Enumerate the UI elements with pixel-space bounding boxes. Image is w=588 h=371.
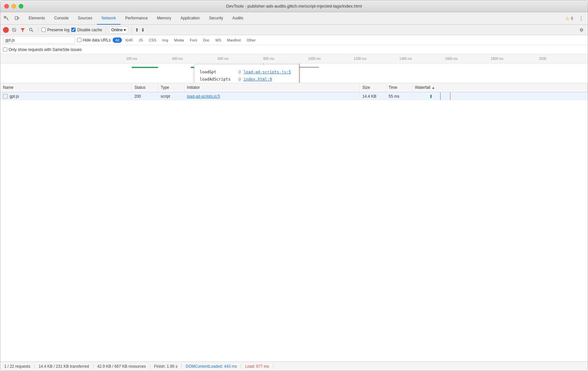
initiator-link[interactable]: load-ad-scripts.js:5	[187, 94, 220, 99]
toolbar-divider-3	[131, 27, 132, 33]
tab-performance[interactable]: Performance	[121, 12, 152, 25]
timeline-bar-1	[132, 67, 158, 68]
status-resources: 42.9 KB / 667 KB resources	[93, 364, 150, 369]
search-button[interactable]	[28, 27, 34, 33]
warning-badge[interactable]: ⚠ 6	[565, 16, 573, 21]
tick-1400ms: 1400 ms	[399, 57, 412, 61]
window-title: DevTools - publisher-ads-audits.glitch.m…	[226, 4, 362, 9]
maximize-button[interactable]	[19, 4, 23, 9]
tab-icons	[2, 14, 21, 23]
tab-console[interactable]: Console	[50, 12, 73, 25]
export-button[interactable]: ⬇	[141, 27, 145, 33]
file-icon	[3, 94, 8, 99]
inspect-element-button[interactable]	[2, 14, 11, 23]
filter-input[interactable]	[3, 37, 75, 44]
waterfall-bar	[430, 95, 432, 98]
load-line	[299, 63, 300, 83]
tooltip-at-2: @	[238, 76, 241, 83]
preserve-log-checkbox[interactable]	[41, 28, 46, 32]
table-row[interactable]: gpt.js 200 script load-ad-scripts.js:5 1…	[0, 92, 588, 100]
svg-line-2	[7, 18, 8, 19]
filter-ws[interactable]: WS	[213, 37, 224, 43]
svg-line-9	[32, 30, 34, 32]
disable-cache-label[interactable]: Disable cache	[71, 28, 102, 32]
filter-manifest[interactable]: Manifest	[224, 37, 243, 43]
tooltip-fn-2: loadAdScripts	[200, 76, 236, 83]
th-initiator[interactable]: Initiator	[184, 83, 360, 92]
filter-img[interactable]: Img	[160, 37, 171, 43]
sort-arrow-icon: ▲	[432, 86, 435, 89]
tab-audits[interactable]: Audits	[228, 12, 248, 25]
toolbar-divider	[38, 27, 38, 33]
device-toolbar-button[interactable]	[12, 14, 21, 23]
status-bar: 1 / 22 requests 14.4 KB / 231 KB transfe…	[0, 361, 588, 371]
traffic-lights	[4, 4, 23, 9]
tab-elements[interactable]: Elements	[24, 12, 50, 25]
filter-button[interactable]	[19, 27, 26, 33]
throttle-select[interactable]: Online ▾	[109, 26, 128, 34]
filter-other[interactable]: Other	[244, 37, 259, 43]
waterfall-dom-line	[440, 92, 441, 100]
hide-data-urls-checkbox[interactable]	[77, 38, 81, 42]
td-type: script	[158, 92, 184, 100]
th-status[interactable]: Status	[132, 83, 158, 92]
filter-all[interactable]: All	[113, 37, 122, 43]
tick-400ms: 400 ms	[172, 57, 183, 61]
close-button[interactable]	[4, 4, 9, 9]
hide-data-urls-label[interactable]: Hide data URLs	[77, 38, 111, 42]
status-load: Load: 677 ms	[241, 364, 273, 369]
tabs-list: Elements Console Sources Network Perform…	[24, 12, 565, 25]
svg-marker-7	[21, 28, 25, 32]
tick-1800ms: 1800 ms	[491, 57, 503, 61]
tick-1600ms: 1600 ms	[445, 57, 458, 61]
waterfall-load-line	[450, 92, 450, 100]
timeline-header: 200 ms 400 ms 600 ms 800 ms 1000 ms 1200…	[0, 54, 588, 63]
th-time[interactable]: Time	[386, 83, 412, 92]
svg-rect-3	[15, 16, 17, 20]
tab-sources[interactable]: Sources	[73, 12, 97, 25]
tooltip-link-1[interactable]: load-ad-scripts.js:5	[243, 68, 291, 76]
samesite-label[interactable]: Only show requests with SameSite issues	[3, 47, 82, 52]
td-waterfall	[412, 92, 588, 100]
timeline-ticks: 200 ms 400 ms 600 ms 800 ms 1000 ms 1200…	[132, 54, 588, 63]
tab-memory[interactable]: Memory	[152, 12, 176, 25]
tab-application[interactable]: Application	[176, 12, 204, 25]
tab-network[interactable]: Network	[97, 12, 121, 25]
th-name[interactable]: Name	[0, 83, 132, 92]
devtools-tab-bar: Elements Console Sources Network Perform…	[0, 12, 588, 25]
td-initiator: load-ad-scripts.js:5	[184, 92, 360, 100]
filter-bar: Hide data URLs All XHR JS CSS Img Media …	[0, 35, 588, 45]
svg-line-6	[13, 29, 15, 31]
tick-1200ms: 1200 ms	[354, 57, 366, 61]
tick-1000ms: 1000 ms	[308, 57, 321, 61]
filter-css[interactable]: CSS	[146, 37, 159, 43]
preserve-log-label[interactable]: Preserve log	[41, 28, 69, 32]
minimize-button[interactable]	[11, 4, 16, 9]
tooltip-link-2[interactable]: index.html:9	[243, 76, 272, 83]
samesite-bar: Only show requests with SameSite issues	[0, 45, 588, 54]
filter-xhr[interactable]: XHR	[123, 37, 135, 43]
filter-font[interactable]: Font	[187, 37, 200, 43]
clear-button[interactable]	[11, 27, 17, 33]
filter-doc[interactable]: Doc	[200, 37, 212, 43]
td-size: 14.4 KB	[360, 92, 386, 100]
filter-js[interactable]: JS	[136, 37, 146, 43]
th-waterfall[interactable]: Waterfall ▲	[412, 83, 588, 92]
th-type[interactable]: Type	[158, 83, 184, 92]
callstack-tooltip: loadGpt @ load-ad-scripts.js:5 loadAdScr…	[194, 64, 299, 83]
record-button[interactable]	[3, 27, 9, 33]
svg-rect-4	[17, 17, 19, 19]
th-size[interactable]: Size	[360, 83, 386, 92]
settings-button[interactable]: ⚙	[578, 26, 585, 34]
network-table: Name Status Type Initiator Size Time Wat…	[0, 83, 588, 361]
svg-point-8	[30, 28, 32, 31]
disable-cache-checkbox[interactable]	[71, 28, 76, 32]
filter-types: All XHR JS CSS Img Media Font Doc WS Man…	[113, 37, 259, 43]
tab-security[interactable]: Security	[204, 12, 228, 25]
filter-media[interactable]: Media	[171, 37, 187, 43]
tick-200ms: 200 ms	[126, 57, 137, 61]
import-button[interactable]: ⬆	[135, 27, 139, 33]
samesite-checkbox[interactable]	[3, 47, 7, 52]
more-menu-button[interactable]: ⋮	[576, 14, 586, 23]
status-requests: 1 / 22 requests	[4, 364, 34, 369]
